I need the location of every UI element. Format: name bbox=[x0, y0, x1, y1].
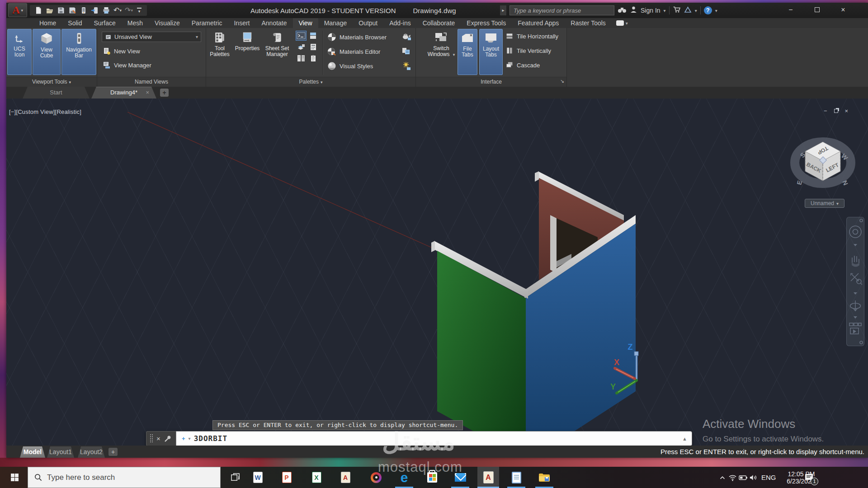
tab-output[interactable]: Output bbox=[353, 18, 383, 28]
save-button[interactable] bbox=[57, 6, 66, 15]
tile-vertically-button[interactable]: Tile Vertically bbox=[505, 47, 551, 54]
tab-visualize[interactable]: Visualize bbox=[149, 18, 186, 28]
tab-express-tools[interactable]: Express Tools bbox=[461, 18, 512, 28]
new-file-button[interactable] bbox=[34, 6, 43, 15]
command-plus-icon[interactable]: + bbox=[182, 435, 185, 442]
a360-caret-icon[interactable]: ▾ bbox=[695, 8, 697, 13]
language-indicator[interactable]: ENG bbox=[761, 474, 776, 481]
search-binoculars-icon[interactable] bbox=[618, 6, 627, 15]
save-to-web-mobile-button[interactable] bbox=[90, 6, 99, 15]
viewport-restore-icon[interactable] bbox=[834, 108, 838, 114]
wifi-icon[interactable] bbox=[727, 474, 738, 482]
recent-commands-caret-icon[interactable]: ▾ bbox=[189, 436, 191, 441]
undo-button[interactable]: ↶▾ bbox=[113, 6, 122, 15]
panel-footer-interface[interactable]: Interface↘ bbox=[416, 77, 566, 87]
new-layout-button[interactable]: + bbox=[108, 448, 118, 456]
viewport-close-icon[interactable]: × bbox=[845, 108, 849, 114]
help-caret-icon[interactable]: ▾ bbox=[715, 8, 717, 13]
tab-annotate[interactable]: Annotate bbox=[255, 18, 292, 28]
command-history-toggle-icon[interactable]: ▲ bbox=[682, 436, 687, 441]
viewcube[interactable]: S W E N TOP BACK LEFT bbox=[795, 142, 851, 186]
drag-grip-icon[interactable] bbox=[150, 434, 153, 443]
command-line-palette-button[interactable] bbox=[296, 31, 307, 41]
tab-home[interactable]: Home bbox=[33, 18, 62, 28]
sign-in-caret-icon[interactable]: ▾ bbox=[664, 8, 666, 13]
layout1-tab[interactable]: Layout1 bbox=[47, 446, 74, 458]
navigation-bar-toggle-button[interactable]: NavigationBar bbox=[61, 29, 96, 75]
close-command-line-icon[interactable]: × bbox=[156, 435, 160, 442]
plot-button[interactable] bbox=[102, 6, 111, 15]
tile-horizontally-button[interactable]: Tile Horizontally bbox=[505, 33, 558, 40]
panel-footer-palettes[interactable]: Palettes▾ bbox=[206, 77, 415, 87]
taskbar-search-input[interactable] bbox=[47, 473, 201, 482]
drawing-viewport[interactable]: X Y Z S W E N TOP BACK LEF bbox=[6, 99, 868, 446]
start-button[interactable] bbox=[6, 467, 23, 488]
taskbar-powerpoint[interactable]: P bbox=[276, 467, 297, 488]
sign-in-button[interactable]: Sign In bbox=[641, 7, 660, 14]
tab-surface[interactable]: Surface bbox=[88, 18, 122, 28]
layout-tabs-toggle-button[interactable]: LayoutTabs bbox=[479, 29, 503, 75]
taskbar-autocad-active[interactable]: A bbox=[477, 467, 499, 488]
close-button[interactable]: × bbox=[838, 5, 848, 15]
materials-editor-button[interactable]: Materials Editor bbox=[327, 47, 380, 56]
help-icon[interactable]: ? bbox=[704, 6, 712, 14]
cascade-button[interactable]: Cascade bbox=[505, 61, 540, 69]
switch-windows-button[interactable]: SwitchWindows ▾ bbox=[427, 29, 456, 75]
minimize-button[interactable]: − bbox=[786, 5, 796, 15]
taskbar-search-box[interactable] bbox=[28, 467, 221, 488]
layer-palette-button[interactable] bbox=[296, 42, 307, 52]
viewport-controls-label[interactable]: [−][Custom View][Realistic] bbox=[9, 108, 81, 115]
new-drawing-tab-button[interactable]: + bbox=[160, 89, 169, 97]
taskbar-notepad[interactable] bbox=[505, 467, 527, 488]
file-tabs-toggle-button[interactable]: FileTabs bbox=[458, 29, 477, 75]
quickcalc-palette-button[interactable] bbox=[308, 42, 319, 52]
taskbar-autocad-shortcut[interactable]: A bbox=[335, 467, 356, 488]
save-as-button[interactable] bbox=[68, 6, 77, 15]
reference-palette-button[interactable] bbox=[308, 31, 319, 41]
panel-footer-viewport-tools[interactable]: Viewport Tools▾ bbox=[6, 77, 97, 87]
open-file-button[interactable] bbox=[45, 6, 54, 15]
infocenter-collapse-button[interactable]: ▸ bbox=[500, 5, 506, 15]
tab-raster-tools[interactable]: Raster Tools bbox=[565, 18, 612, 28]
panel-footer-named-views[interactable]: Named Views bbox=[97, 77, 206, 87]
tool-palettes-button[interactable]: ToolPalettes bbox=[207, 29, 232, 75]
tab-insert[interactable]: Insert bbox=[228, 18, 255, 28]
taskbar-word[interactable]: W bbox=[247, 467, 269, 488]
view-cube-toggle-button[interactable]: ViewCube bbox=[33, 29, 61, 75]
viewport-minimize-icon[interactable]: − bbox=[824, 108, 827, 114]
open-from-web-mobile-button[interactable] bbox=[79, 6, 88, 15]
ucs-icon-toggle-button[interactable]: UCSIcon bbox=[7, 29, 32, 75]
application-menu-button[interactable]: A ▾ bbox=[8, 3, 27, 17]
battery-icon[interactable] bbox=[738, 474, 748, 482]
tab-add-ins[interactable]: Add-ins bbox=[383, 18, 416, 28]
tab-view[interactable]: View bbox=[293, 18, 318, 28]
dialog-launcher-icon[interactable]: ↘ bbox=[560, 76, 564, 86]
materials-attach-icon[interactable] bbox=[401, 47, 410, 57]
properties-palette-button[interactable]: Properties bbox=[233, 29, 261, 75]
customize-qat-button[interactable]: ▾ bbox=[136, 7, 143, 14]
render-gallery-icon[interactable] bbox=[401, 32, 411, 42]
tab-featured-apps[interactable]: Featured Apps bbox=[512, 18, 565, 28]
taskbar-file-explorer[interactable] bbox=[533, 467, 555, 488]
action-center-button[interactable]: 1 bbox=[799, 467, 819, 488]
view-manager-button[interactable]: View Manager bbox=[103, 61, 151, 69]
command-line-handle[interactable]: × bbox=[146, 431, 176, 446]
viewcube-ucs-dropdown[interactable]: Unnamed▾ bbox=[805, 199, 844, 208]
infocenter-search-input[interactable] bbox=[509, 5, 614, 15]
maximize-button[interactable] bbox=[812, 5, 822, 15]
app-store-cart-icon[interactable] bbox=[673, 6, 681, 15]
materials-browser-button[interactable]: Materials Browser bbox=[327, 33, 387, 42]
close-tab-icon[interactable]: × bbox=[146, 87, 149, 99]
model-tab[interactable]: Model bbox=[20, 446, 45, 458]
view-list-dropdown[interactable]: Unsaved View ▾ bbox=[102, 32, 201, 42]
sun-status-icon[interactable] bbox=[401, 61, 411, 72]
tab-mesh[interactable]: Mesh bbox=[122, 18, 149, 28]
tab-manage[interactable]: Manage bbox=[318, 18, 353, 28]
file-tab-start[interactable]: Start bbox=[23, 87, 90, 99]
a360-icon[interactable] bbox=[684, 6, 692, 15]
sheet-set-manager-button[interactable]: Sheet SetManager bbox=[262, 29, 292, 75]
navigation-bar[interactable] bbox=[846, 217, 864, 346]
volume-icon[interactable] bbox=[748, 474, 759, 482]
clipboard-palette-button[interactable] bbox=[308, 53, 319, 63]
file-tab-drawing4[interactable]: Drawing4*× bbox=[91, 87, 156, 99]
